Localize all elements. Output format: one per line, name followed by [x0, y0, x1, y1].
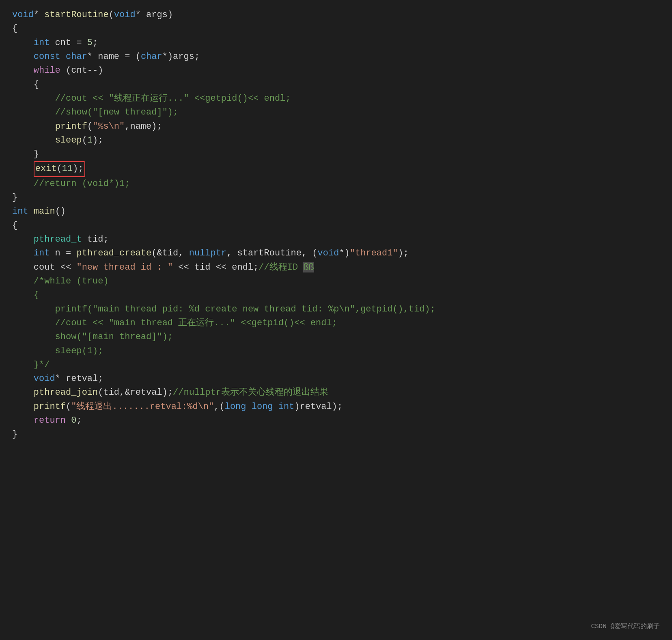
code-line-1: void* startRoutine(void* args): [12, 8, 660, 22]
code-line-30: return 0;: [12, 414, 660, 428]
code-line-19: cout << "new thread id : " << tid << end…: [12, 261, 660, 275]
watermark: CSDN @爱写代码的刷子: [591, 622, 660, 632]
code-line-20: /*while (true): [12, 275, 660, 288]
code-line-14: }: [12, 191, 660, 205]
code-line-23: //cout << "main thread 正在运行..." <<getpid…: [12, 316, 660, 330]
code-line-22: printf("main thread pid: %d create new t…: [12, 303, 660, 316]
code-line-21: {: [12, 288, 660, 302]
code-line-12: exit(11);: [12, 161, 660, 177]
code-line-9: printf("%s\n",name);: [12, 120, 660, 134]
code-line-31: }: [12, 428, 660, 441]
code-line-27: void* retval;: [12, 372, 660, 386]
code-line-5: while (cnt--): [12, 64, 660, 78]
code-editor: void* startRoutine(void* args) { int cnt…: [0, 0, 672, 640]
code-line-18: int n = pthread_create(&tid, nullptr, st…: [12, 246, 660, 260]
code-line-3: int cnt = 5;: [12, 36, 660, 50]
code-line-7: //cout << "线程正在运行..." <<getpid()<< endl;: [12, 92, 660, 106]
code-line-4: const char* name = (char*)args;: [12, 50, 660, 64]
code-line-29: printf("线程退出.......retval:%d\n",(long lo…: [12, 400, 660, 414]
code-line-6: {: [12, 78, 660, 92]
code-line-17: pthread_t tid;: [12, 233, 660, 246]
code-line-10: sleep(1);: [12, 134, 660, 147]
code-line-11: }: [12, 147, 660, 161]
code-line-2: {: [12, 22, 660, 36]
code-line-24: show("[main thread]");: [12, 330, 660, 344]
code-line-15: int main(): [12, 205, 660, 218]
code-line-8: //show("[new thread]");: [12, 106, 660, 119]
code-line-16: {: [12, 219, 660, 233]
code-line-25: sleep(1);: [12, 344, 660, 358]
code-line-28: pthread_join(tid,&retval);//nullptr表示不关心…: [12, 386, 660, 400]
code-line-26: }*/: [12, 358, 660, 372]
code-line-13: //return (void*)1;: [12, 177, 660, 191]
